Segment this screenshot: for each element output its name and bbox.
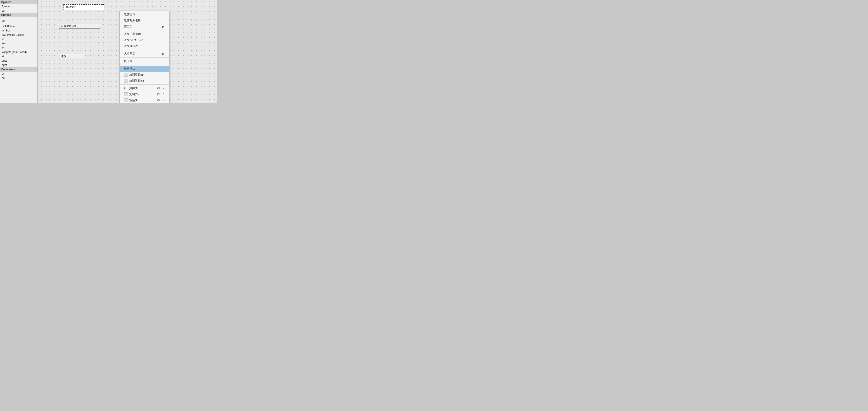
sidebar-section-spacers: Spacers (0, 0, 37, 4)
menu-item-change-text-label: 改变文本... (124, 12, 137, 17)
canvas-button-getpos[interactable]: 获取位置信息 (59, 24, 100, 29)
main-canvas: 移动窗口 获取位置信息 修改 改变文本... 改变对象名称... 变型为 ▶ (38, 0, 217, 103)
menu-item-change-stylesheet-label: 改变样式表... (124, 44, 141, 48)
menu-item-paste-shortcut: Ctrl+V (157, 99, 164, 102)
menu-item-change-whatsthis-label: 改变"这是什么"... (124, 38, 145, 42)
menu-item-size-constraint-label: 大小限定 (124, 52, 135, 56)
menu-item-promote-label: 提升为... (124, 59, 135, 63)
menu-separator-1 (120, 30, 169, 30)
menu-item-morph[interactable]: 变型为 ▶ (120, 24, 169, 30)
menu-item-change-tooltip-label: 改变工具提示... (124, 32, 143, 36)
sidebar-item-dget2[interactable]: dget (0, 63, 37, 67)
menu-item-cut-shortcut: Ctrl+X (157, 87, 164, 90)
send-back-icon (124, 73, 128, 77)
menu-item-copy-shortcut: Ctrl+C (157, 93, 164, 96)
menu-item-cut[interactable]: ✂ 剪切(T) Ctrl+X (120, 85, 169, 91)
sidebar-item-spacer1[interactable]: Spacer (0, 4, 37, 9)
sidebar-item-ews-model-based[interactable]: ews (Model-Based) (0, 33, 37, 37)
sidebar: Spacers Spacer cer Buttons on Link Butto… (0, 0, 38, 103)
menu-item-morph-label: 变型为 (124, 25, 132, 28)
menu-item-send-back-label: 放到后面(B) (129, 73, 144, 77)
context-menu: 改变文本... 改变对象名称... 变型为 ▶ 改变工具提示... 改变"这是什… (120, 11, 169, 103)
sidebar-item-w2[interactable]: w (0, 46, 37, 50)
sidebar-item-et[interactable]: et (0, 54, 37, 59)
menu-item-size-constraint[interactable]: 大小限定 ▶ (120, 51, 169, 57)
menu-item-change-whatsthis[interactable]: 改变"这是什么"... (120, 37, 169, 43)
sidebar-item-ox[interactable]: ox (0, 71, 37, 76)
sidebar-section-containers: Containers (0, 67, 37, 71)
sidebar-item-btn2[interactable]: on (0, 19, 37, 23)
paste-icon (124, 98, 128, 102)
menu-item-bring-front[interactable]: 放到前面(F) (120, 78, 169, 84)
menu-item-change-text[interactable]: 改变文本... (120, 11, 169, 18)
menu-item-paste-label: 粘贴(P) (129, 98, 138, 102)
sidebar-item-widgets-item-based[interactable]: Widgets (Item-Based) (0, 50, 37, 54)
menu-item-size-arrow: ▶ (162, 52, 164, 55)
sidebar-item-w1[interactable]: w (0, 37, 37, 41)
menu-item-change-stylesheet[interactable]: 改变样式表... (120, 43, 169, 49)
canvas-button-modify[interactable]: 修改 (59, 54, 85, 59)
sidebar-item-spacer2[interactable]: cer (0, 9, 37, 13)
cut-icon: ✂ (124, 86, 128, 90)
menu-item-copy-label: 复制(C) (129, 92, 138, 96)
menu-item-change-name-label: 改变对象名称... (124, 19, 143, 22)
sidebar-item-iew[interactable]: iew (0, 41, 37, 46)
handle-bc (83, 4, 84, 5)
menu-separator-4 (120, 65, 169, 65)
menu-item-paste[interactable]: 粘贴(P) Ctrl+V (120, 97, 169, 103)
sidebar-item-ton-box[interactable]: ton Box (0, 28, 37, 33)
menu-separator-5 (120, 84, 169, 85)
sidebar-item-link-button[interactable]: Link Button (0, 24, 37, 28)
menu-item-change-name[interactable]: 改变对象名称... (120, 18, 169, 24)
sidebar-item-ea[interactable]: ea (0, 76, 37, 80)
menu-item-convert-slot[interactable]: 转换槽... (120, 66, 169, 72)
sidebar-item-dget1[interactable]: dget (0, 59, 37, 63)
copy-icon (124, 92, 128, 96)
handle-bl (63, 4, 64, 5)
menu-item-convert-slot-label: 转换槽... (124, 67, 135, 71)
handle-br (102, 4, 103, 5)
menu-item-send-back[interactable]: 放到后面(B) (120, 72, 169, 78)
menu-item-promote[interactable]: 提升为... (120, 58, 169, 64)
menu-item-change-tooltip[interactable]: 改变工具提示... (120, 31, 169, 37)
bring-front-icon (124, 79, 128, 83)
menu-separator-3 (120, 57, 169, 58)
menu-item-cut-label: 剪切(T) (129, 86, 138, 90)
menu-item-bring-front-label: 放到前面(F) (129, 79, 144, 83)
canvas-button-move[interactable]: 移动窗口 (63, 4, 104, 10)
sidebar-section-buttons: Buttons (0, 13, 37, 17)
menu-item-copy[interactable]: 复制(C) Ctrl+C (120, 91, 169, 97)
menu-item-morph-arrow: ▶ (162, 25, 164, 28)
